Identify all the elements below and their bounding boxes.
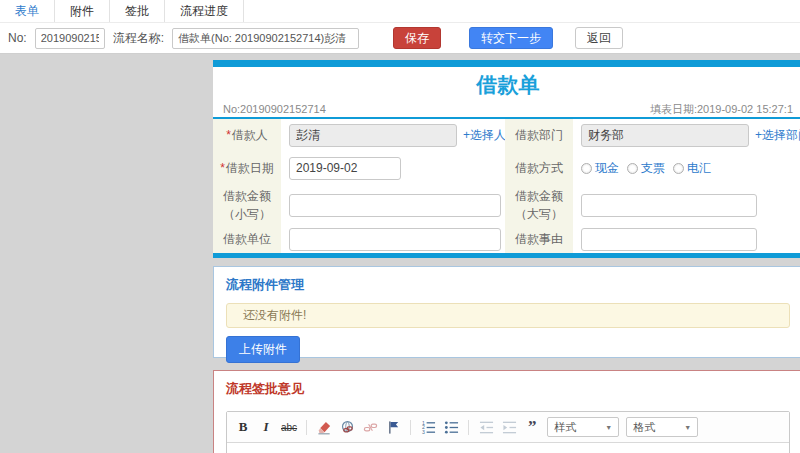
svg-text:3: 3	[422, 429, 425, 435]
form-date-text: 填表日期:2019-09-02 15:27:1	[650, 102, 793, 117]
department-field: +选择部门	[573, 119, 800, 151]
reason-label: 借款事由	[505, 225, 573, 253]
action-toolbar: No: 流程名称: 保存 转交下一步 返回	[0, 23, 800, 54]
blockquote-button[interactable]: ”	[524, 419, 540, 436]
tab-attachments[interactable]: 附件	[55, 0, 110, 22]
bulleted-list-icon	[444, 420, 459, 435]
anchor-flag-button[interactable]	[385, 419, 401, 436]
amount-small-label: 借款金额（小写）	[213, 185, 281, 225]
radio-wire[interactable]: 电汇	[673, 160, 711, 177]
tab-form[interactable]: 表单	[0, 0, 55, 22]
no-label: No:	[8, 31, 27, 45]
approval-title: 流程签批意见	[226, 380, 790, 398]
flow-name-input[interactable]	[172, 28, 359, 49]
flag-icon	[386, 420, 401, 435]
editor-content-area[interactable]	[227, 443, 789, 453]
form-bottom-bar	[213, 253, 800, 258]
approval-card: 流程签批意见 B I abc	[213, 370, 800, 453]
radio-cash-icon[interactable]	[581, 163, 592, 174]
unlink-button[interactable]	[362, 419, 378, 436]
radio-cheque[interactable]: 支票	[627, 160, 665, 177]
method-radio-group: 现金 支票 电汇	[581, 160, 711, 177]
department-label: 借款部门	[505, 119, 573, 151]
loan-date-input[interactable]	[289, 157, 401, 180]
required-mark: *	[226, 128, 231, 142]
reason-field	[573, 225, 800, 253]
bulleted-list-button[interactable]	[443, 419, 459, 436]
borrower-label: *借款人	[213, 119, 281, 151]
toolbar-separator	[306, 420, 307, 435]
amount-small-field	[281, 185, 505, 225]
editor-toolbar: B I abc	[227, 412, 789, 443]
attachments-title: 流程附件管理	[226, 276, 790, 294]
no-attachments-alert: 还没有附件!	[226, 303, 790, 328]
italic-button[interactable]: I	[258, 419, 274, 436]
indent-icon	[502, 420, 517, 435]
styles-select[interactable]: 样式 ▼	[547, 417, 619, 437]
upload-attachment-button[interactable]: 上传附件	[226, 336, 300, 363]
rich-text-editor: B I abc	[226, 411, 790, 453]
indent-button[interactable]	[501, 419, 517, 436]
bold-button[interactable]: B	[235, 419, 251, 436]
borrower-field: +选择人员	[281, 119, 505, 151]
page-header: 表单 附件 签批 流程进度 No: 流程名称: 保存 转交下一步 返回	[0, 0, 800, 54]
amount-big-input[interactable]	[581, 194, 757, 217]
remove-format-icon	[317, 420, 332, 435]
outdent-button[interactable]	[478, 419, 494, 436]
forward-next-step-button[interactable]: 转交下一步	[469, 27, 553, 49]
form-meta-row: No:20190902152714 填表日期:2019-09-02 15:27:…	[213, 101, 800, 117]
amount-big-label: 借款金额（大写）	[505, 185, 573, 225]
select-department-link[interactable]: +选择部门	[755, 127, 800, 144]
form-no-text: No:20190902152714	[223, 103, 326, 115]
unlink-icon	[363, 420, 378, 435]
amount-small-input[interactable]	[289, 194, 501, 217]
amount-big-field	[573, 185, 800, 225]
no-input[interactable]	[35, 28, 105, 49]
reason-input[interactable]	[581, 228, 757, 251]
back-button[interactable]: 返回	[575, 27, 623, 49]
outdent-icon	[479, 420, 494, 435]
unit-input[interactable]	[289, 228, 501, 251]
borrower-input[interactable]	[289, 124, 457, 147]
chevron-down-icon: ▼	[684, 424, 691, 431]
radio-cheque-icon[interactable]	[627, 163, 638, 174]
form-top-bar	[213, 60, 800, 67]
tab-bar: 表单 附件 签批 流程进度	[0, 0, 800, 23]
link-icon	[340, 420, 355, 435]
format-select[interactable]: 格式 ▼	[626, 417, 698, 437]
loan-form-card: 借款单 No:20190902152714 填表日期:2019-09-02 15…	[213, 60, 800, 258]
chevron-down-icon: ▼	[605, 424, 612, 431]
department-input[interactable]	[581, 124, 749, 147]
link-button[interactable]	[339, 419, 355, 436]
attachments-card: 流程附件管理 还没有附件! 上传附件	[213, 266, 800, 358]
strikethrough-button[interactable]: abc	[281, 419, 297, 436]
ordered-list-button[interactable]: 123	[420, 419, 436, 436]
flow-name-label: 流程名称:	[113, 30, 164, 47]
radio-wire-icon[interactable]	[673, 163, 684, 174]
method-field: 现金 支票 电汇	[573, 151, 800, 185]
form-grid: *借款人 +选择人员 借款部门 +选择部门 *借款日期 借款方式 现金	[213, 119, 800, 253]
unit-label: 借款单位	[213, 225, 281, 253]
method-label: 借款方式	[505, 151, 573, 185]
ordered-list-icon: 123	[421, 420, 436, 435]
tab-approval[interactable]: 签批	[110, 0, 165, 22]
radio-cash[interactable]: 现金	[581, 160, 619, 177]
save-button[interactable]: 保存	[393, 27, 441, 49]
toolbar-separator	[468, 420, 469, 435]
toolbar-separator	[410, 420, 411, 435]
form-title: 借款单	[213, 67, 800, 101]
loan-date-label: *借款日期	[213, 151, 281, 185]
remove-format-button[interactable]	[316, 419, 332, 436]
unit-field	[281, 225, 505, 253]
loan-date-field	[281, 151, 505, 185]
tab-progress[interactable]: 流程进度	[165, 0, 244, 22]
